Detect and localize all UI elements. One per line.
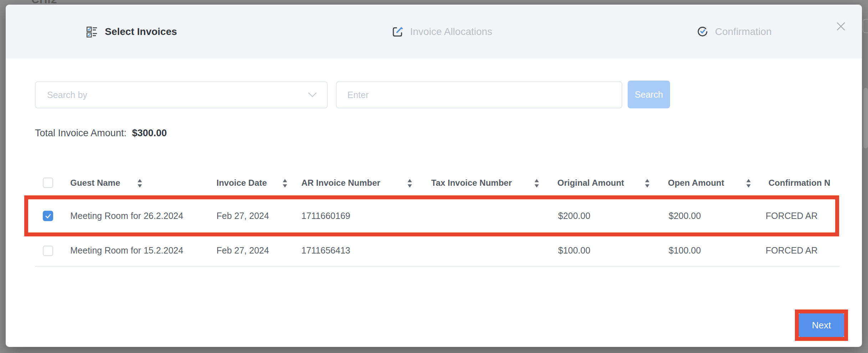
step-invoice-allocations[interactable]: Invoice Allocations — [392, 5, 492, 58]
cell-original-amount: $200.00 — [558, 210, 590, 221]
sort-arrows-icon[interactable] — [645, 179, 650, 188]
check-circle-icon — [697, 26, 708, 37]
column-header-open-amount[interactable]: Open Amount — [668, 177, 724, 189]
select-invoices-modal: Select Invoices Invoice Allocations — [6, 5, 862, 347]
select-all-checkbox[interactable] — [43, 178, 53, 188]
cell-invoice-date: Feb 27, 2024 — [216, 210, 269, 221]
cell-confirmation: FORCED AR — [766, 210, 818, 221]
checklist-icon — [86, 26, 98, 37]
checkbox-checked-icon — [45, 213, 52, 220]
screen: CHI2 Select I — [0, 0, 868, 353]
search-by-placeholder: Search by — [47, 90, 308, 100]
cell-guest-name: Meeting Room for 15.2.2024 — [70, 245, 183, 256]
sort-arrows-icon[interactable] — [534, 179, 539, 188]
cell-open-amount: $200.00 — [669, 210, 701, 221]
pencil-square-icon — [392, 26, 403, 37]
sort-arrows-icon[interactable] — [282, 179, 287, 188]
column-header-original-amount[interactable]: Original Amount — [557, 177, 624, 189]
step-select-invoices[interactable]: Select Invoices — [86, 5, 177, 58]
background-page-title: CHI2 — [31, 0, 57, 5]
wizard-steps-header: Select Invoices Invoice Allocations — [6, 5, 862, 58]
cell-open-amount: $100.00 — [669, 245, 701, 256]
sort-arrows-icon[interactable] — [137, 179, 142, 188]
step-confirmation[interactable]: Confirmation — [697, 5, 772, 58]
cell-original-amount: $100.00 — [558, 245, 590, 256]
cell-confirmation: FORCED AR — [766, 245, 818, 256]
row-divider — [35, 266, 840, 267]
column-header-tax-invoice-number[interactable]: Tax Invoice Number — [431, 177, 512, 189]
total-label: Total Invoice Amount: — [35, 128, 127, 138]
total-invoice-amount: Total Invoice Amount: $300.00 — [35, 128, 167, 139]
sort-arrows-icon[interactable] — [746, 179, 751, 188]
search-button[interactable]: Search — [628, 81, 670, 108]
column-header-ar-invoice-number[interactable]: AR Invoice Number — [301, 177, 380, 189]
column-header-invoice-date[interactable]: Invoice Date — [216, 177, 267, 189]
column-header-guest-name[interactable]: Guest Name — [70, 177, 120, 189]
annotation-next-highlight: Next — [795, 309, 848, 341]
close-icon[interactable] — [835, 20, 847, 32]
total-value: $300.00 — [132, 128, 167, 138]
cell-guest-name: Meeting Room for 26.2.2024 — [70, 210, 183, 221]
step-label: Invoice Allocations — [410, 26, 492, 37]
row-checkbox[interactable] — [43, 211, 53, 221]
cell-ar-invoice-number: 1711656413 — [301, 245, 350, 256]
sort-arrows-icon[interactable] — [407, 179, 412, 188]
cell-ar-invoice-number: 1711660169 — [301, 210, 350, 221]
next-button[interactable]: Next — [799, 313, 844, 337]
background-button-outline — [863, 19, 868, 33]
step-label: Select Invoices — [105, 26, 177, 37]
background-page-strip: CHI2 — [0, 0, 868, 5]
step-label: Confirmation — [715, 26, 772, 37]
cell-invoice-date: Feb 27, 2024 — [216, 245, 269, 256]
search-by-select[interactable]: Search by — [35, 81, 328, 108]
background-page-divider — [53, 3, 859, 4]
search-value-input[interactable] — [336, 81, 622, 108]
background-scrollbar — [863, 88, 868, 148]
chevron-down-icon — [308, 92, 317, 98]
column-header-confirmation[interactable]: Confirmation N — [769, 177, 836, 189]
row-checkbox[interactable] — [43, 246, 53, 256]
